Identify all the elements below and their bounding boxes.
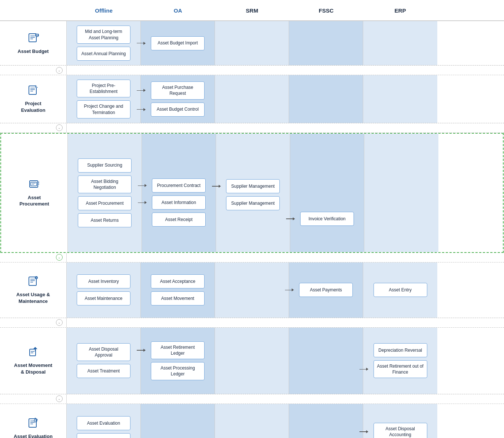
divider-1-left: ⌄ — [0, 66, 67, 75]
box-project-preest: Project Pre-Establishment — [77, 80, 130, 97]
divider-3: ⌄ — [0, 253, 504, 263]
asset-eval-srm — [215, 404, 289, 438]
box-supplier-mgmt2: Supplier Management — [226, 196, 280, 210]
category-project-eval-label: ProjectEvaluation — [21, 100, 46, 113]
svg-rect-0 — [29, 34, 36, 42]
box-asset-information: Asset Information — [152, 195, 206, 210]
box-asset-inventory: Asset Inventory — [77, 274, 130, 288]
category-asset-movement-label: Asset Movement& Disposal — [14, 362, 52, 375]
collapse-btn-5[interactable]: ⌄ — [56, 395, 63, 402]
box-asset-annual: Asset Annual Planning — [77, 47, 130, 61]
asset-movement-oa: Asset Retirement Ledger Asset Processing… — [141, 328, 215, 394]
asset-usage-oa: Asset Acceptance Asset Movement — [141, 263, 215, 318]
asset-movement-srm — [215, 328, 289, 394]
box-asset-payments: Asset Payments — [299, 283, 353, 297]
category-asset-usage-label: Asset Usage &Maintenance — [16, 291, 50, 304]
header-srm: SRM — [215, 4, 289, 17]
category-asset-budget: ¥ Asset Budget — [0, 21, 67, 65]
section-asset-evaluation: Asset Evaluation& Improvement Asset Eval… — [0, 404, 504, 438]
divider-5: ⌄ — [0, 394, 504, 404]
collapse-btn-3[interactable]: ⌄ — [56, 254, 63, 261]
divider-2-right — [67, 123, 504, 133]
section-asset-budget: ¥ Asset Budget Mid and Long-term Asset P… — [0, 21, 504, 66]
project-eval-icon — [28, 84, 39, 98]
category-asset-budget-label: Asset Budget — [18, 48, 49, 55]
svg-text:≡: ≡ — [35, 277, 37, 279]
box-procurement-contract: Procurement Contract — [152, 178, 206, 193]
asset-procurement-fssc: Invoice Verification — [290, 134, 364, 252]
arrow-retirement-ledger — [137, 349, 146, 352]
arrow-supplier-mgmt1 — [212, 185, 221, 188]
svg-rect-26 — [30, 349, 36, 356]
collapse-btn-1[interactable]: ⌄ — [56, 67, 63, 74]
box-supplier-mgmt1: Supplier Management — [226, 179, 280, 193]
category-asset-usage: ≡ Asset Usage &Maintenance — [0, 263, 67, 318]
category-asset-movement: Asset Movement& Disposal — [0, 328, 67, 394]
arrow-asset-retirement-finance — [359, 368, 368, 371]
project-eval-srm — [215, 75, 289, 123]
category-asset-eval-label: Asset Evaluation& Improvement — [14, 433, 53, 438]
asset-usage-icon: ≡ — [28, 275, 39, 289]
divider-1-right — [67, 66, 504, 75]
divider-2-left: ⌄ — [0, 123, 67, 133]
arrow-invoice — [286, 217, 295, 220]
asset-usage-offline: Asset Inventory Asset Maintenance — [67, 263, 141, 318]
arrow-asset-information — [138, 201, 147, 204]
box-project-change: Project Change and Termination — [77, 100, 130, 118]
box-asset-purchase-req: Asset Purchase Request — [151, 81, 205, 99]
arrow-purchase-req — [137, 89, 146, 92]
asset-procurement-offline: Supplier Sourcing Asset Bidding Negotiat… — [68, 134, 142, 252]
box-asset-treatment: Asset Treatment — [77, 364, 130, 378]
category-asset-procurement: AssetProcurement — [1, 134, 68, 252]
box-asset-disposal-approval: Asset Disposal Approval — [77, 343, 130, 361]
divider-1: ⌄ — [0, 66, 504, 75]
project-eval-oa: Asset Purchase Request Asset Budget Cont… — [141, 75, 215, 123]
section-asset-movement: Asset Movement& Disposal Asset Disposal … — [0, 328, 504, 394]
section-asset-usage: ≡ Asset Usage &Maintenance Asset Invento… — [0, 263, 504, 318]
header-col0 — [0, 4, 67, 17]
category-project-eval: ProjectEvaluation — [0, 75, 67, 123]
box-invoice-verification: Invoice Verification — [300, 212, 354, 226]
asset-procurement-oa: Procurement Contract Asset Information A… — [142, 134, 216, 252]
header-offline: Offline — [67, 4, 141, 17]
svg-rect-31 — [29, 419, 36, 427]
divider-3-right — [67, 253, 504, 262]
section-asset-procurement: AssetProcurement Supplier Sourcing Asset… — [1, 134, 503, 252]
box-asset-returns: Asset Returns — [78, 213, 132, 227]
box-asset-movement: Asset Movement — [151, 291, 205, 305]
box-asset-budget-control: Asset Budget Control — [151, 103, 205, 117]
asset-movement-erp: Depreciation Reversal Asset Retirement o… — [363, 328, 437, 394]
arrow-budget-import — [137, 42, 146, 45]
category-asset-procurement-label: AssetProcurement — [19, 194, 49, 207]
project-eval-fssc — [289, 75, 363, 123]
collapse-btn-2[interactable]: ⌄ — [56, 124, 63, 131]
asset-budget-fssc — [289, 21, 363, 65]
asset-procurement-icon — [29, 178, 40, 192]
box-asset-procurement-item: Asset Procurement — [78, 196, 132, 210]
section-asset-procurement-wrapper: AssetProcurement Supplier Sourcing Asset… — [0, 133, 504, 253]
collapse-btn-4[interactable]: ⌄ — [56, 319, 63, 326]
divider-3-left: ⌄ — [0, 253, 67, 262]
box-asset-receipt: Asset Receipt — [152, 213, 206, 227]
divider-4: ⌄ — [0, 318, 504, 328]
project-eval-offline: Project Pre-Establishment Project Change… — [67, 75, 141, 123]
divider-2: ⌄ — [0, 123, 504, 133]
divider-5-left: ⌄ — [0, 394, 67, 404]
asset-usage-srm — [215, 263, 289, 318]
asset-budget-erp — [363, 21, 437, 65]
header-erp: ERP — [363, 4, 437, 17]
header-row: Offline OA SRM FSSC ERP — [0, 4, 504, 21]
divider-4-right — [67, 318, 504, 327]
asset-evaluation-icon — [28, 417, 39, 431]
arrow-asset-payments — [285, 288, 294, 291]
svg-marker-29 — [33, 347, 37, 349]
asset-budget-srm — [215, 21, 289, 65]
category-asset-evaluation: Asset Evaluation& Improvement — [0, 404, 67, 438]
divider-4-left: ⌄ — [0, 318, 67, 327]
box-asset-bidding: Asset Bidding Negotiation — [78, 175, 132, 193]
box-asset-maintenance: Asset Maintenance — [77, 291, 130, 305]
asset-eval-offline: Asset Evaluation Asset Improvement — [67, 404, 141, 438]
section-project-eval: ProjectEvaluation Project Pre-Establishm… — [0, 75, 504, 123]
diagram-container: Offline OA SRM FSSC ERP ¥ Asset Budget — [0, 0, 504, 438]
box-asset-acceptance: Asset Acceptance — [151, 274, 205, 288]
